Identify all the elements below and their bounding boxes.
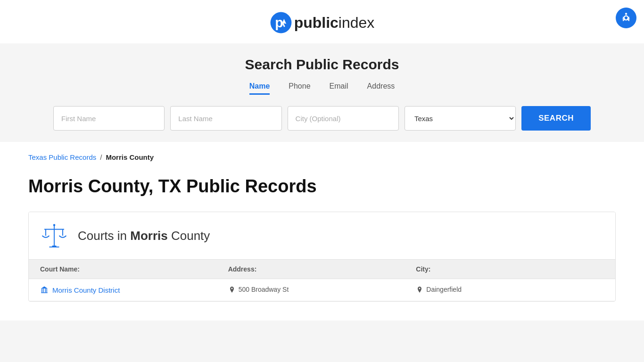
accessibility-button[interactable] (616, 8, 636, 28)
search-button[interactable]: SEARCH (521, 106, 591, 131)
col-city: City: (416, 265, 604, 273)
breadcrumb-current: Morris County (106, 153, 154, 161)
breadcrumb: Texas Public Records / Morris County (28, 153, 616, 161)
courts-table-header: Court Name: Address: City: (29, 260, 615, 279)
map-icon (416, 286, 423, 294)
location-pin-icon (228, 286, 236, 294)
breadcrumb-link[interactable]: Texas Public Records (28, 153, 96, 161)
court-building-icon (40, 286, 49, 294)
main-content: Texas Public Records / Morris County Mor… (0, 142, 644, 321)
court-city-cell: Daingerfield (416, 286, 604, 294)
first-name-input[interactable] (53, 106, 165, 131)
breadcrumb-separator: / (100, 153, 102, 161)
courts-heading: Courts in Morris County (78, 229, 210, 243)
court-address-text: 500 Broadway St (239, 286, 289, 293)
search-section: Search Public Records Name Phone Email A… (0, 43, 644, 142)
svg-rect-14 (47, 288, 48, 292)
svg-rect-12 (43, 288, 44, 292)
courts-heading-bold: Morris (130, 229, 167, 243)
city-input[interactable] (288, 106, 399, 131)
scales-of-justice-icon (40, 222, 68, 250)
page-title: Morris County, TX Public Records (28, 176, 616, 197)
tab-email[interactable]: Email (330, 82, 348, 95)
svg-point-0 (625, 13, 627, 15)
table-row: Morris County District 500 Broadway St D… (29, 279, 615, 301)
tab-name[interactable]: Name (249, 82, 270, 95)
courts-heading-suffix: County (168, 229, 210, 243)
court-address-cell: 500 Broadway St (228, 286, 416, 294)
search-tabs: Name Phone Email Address (28, 82, 616, 95)
logo-container: p publicindex (270, 11, 375, 34)
courts-heading-prefix: Courts in (78, 229, 130, 243)
search-title: Search Public Records (28, 57, 616, 73)
court-name-text: Morris County District (52, 286, 120, 294)
court-city-text: Daingerfield (426, 286, 462, 293)
svg-rect-10 (41, 292, 48, 293)
logo-icon: p (270, 11, 292, 34)
tab-address[interactable]: Address (367, 82, 395, 95)
svg-text:p: p (275, 15, 283, 30)
court-name-cell: Morris County District (40, 286, 228, 294)
svg-marker-15 (41, 287, 48, 289)
search-row: Texas Alabama Alaska Arizona California … (53, 106, 591, 131)
svg-point-8 (53, 224, 56, 226)
col-address: Address: (228, 265, 416, 273)
svg-rect-11 (41, 288, 42, 292)
tab-phone[interactable]: Phone (289, 82, 310, 95)
svg-rect-13 (45, 288, 46, 292)
logo-text-index: index (339, 14, 375, 32)
courts-section: Courts in Morris County Court Name: Addr… (28, 212, 616, 302)
courts-header: Courts in Morris County (29, 212, 615, 260)
header: p publicindex (0, 0, 644, 43)
last-name-input[interactable] (170, 106, 281, 131)
logo-text-public: public (294, 14, 339, 32)
col-court-name: Court Name: (40, 265, 228, 273)
court-name-link[interactable]: Morris County District (40, 286, 228, 294)
state-select[interactable]: Texas Alabama Alaska Arizona California (405, 106, 516, 131)
